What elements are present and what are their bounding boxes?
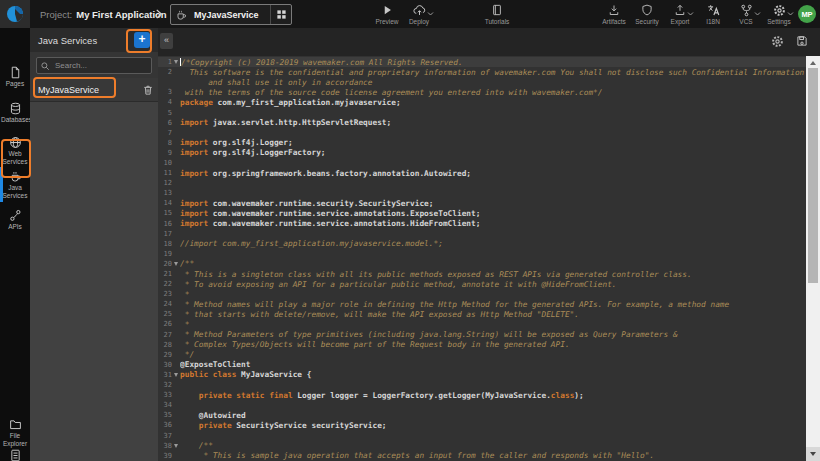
i18n-button[interactable]: I18N bbox=[700, 0, 726, 28]
wavemaker-studio: Project: My First Application MyJavaServ… bbox=[0, 0, 820, 461]
delete-service-button[interactable] bbox=[138, 84, 158, 96]
tutorials-button[interactable]: Tutorials bbox=[484, 0, 510, 28]
service-item-myjavaservice[interactable]: MyJavaService bbox=[30, 78, 158, 102]
sidebar-item-file-explorer[interactable]: File Explorer bbox=[0, 418, 30, 448]
preview-label: Preview bbox=[375, 18, 398, 25]
sidebar-item-apis[interactable]: APIs bbox=[0, 209, 30, 231]
sidebar-item-java-services[interactable]: Java Services bbox=[0, 170, 30, 200]
code-line: 16import com.wavemaker.runtime.service.a… bbox=[158, 219, 806, 229]
code-line: 22 * To avoid exposing an API for a part… bbox=[158, 279, 806, 289]
code-text: with the terms of the source code licens… bbox=[180, 88, 806, 97]
fold-toggle-icon[interactable] bbox=[174, 60, 178, 64]
code-area[interactable]: 1/*Copyright (c) 2018-2019 wavemaker.com… bbox=[158, 56, 806, 461]
line-number: 34 bbox=[158, 401, 172, 409]
code-text: import org.slf4j.LoggerFactory; bbox=[180, 148, 806, 157]
wavemaker-logo-icon bbox=[6, 5, 24, 23]
code-line: 24 * Method names will play a major role… bbox=[158, 299, 806, 309]
line-number: 6 bbox=[158, 119, 172, 127]
code-text: import org.springframework.beans.factory… bbox=[180, 169, 806, 178]
collapse-panel-button[interactable]: « bbox=[160, 33, 173, 49]
security-button[interactable]: Security bbox=[634, 0, 660, 28]
globe-icon bbox=[9, 136, 22, 149]
fold-toggle-icon[interactable] bbox=[174, 262, 178, 266]
code-text: @ExposeToClient bbox=[180, 360, 806, 369]
tab-myjavaservice[interactable]: MyJavaService bbox=[170, 4, 292, 25]
line-number: 3 bbox=[158, 88, 172, 96]
settings-button[interactable]: Settings bbox=[766, 0, 792, 28]
editor-settings-gear-icon[interactable] bbox=[771, 35, 784, 48]
book-icon bbox=[491, 4, 503, 16]
save-button[interactable] bbox=[796, 35, 808, 47]
grid-icon[interactable] bbox=[270, 5, 291, 24]
sidebar-item-logs[interactable]: Logs bbox=[0, 449, 30, 461]
line-number: 14 bbox=[158, 199, 172, 207]
gear-icon bbox=[773, 4, 786, 17]
code-line: 21 * This is a singleton class with all … bbox=[158, 269, 806, 279]
line-number: 21 bbox=[158, 270, 172, 278]
line-number: 37 bbox=[158, 432, 172, 440]
fold-toggle-icon[interactable] bbox=[174, 373, 178, 377]
fold-column bbox=[172, 444, 180, 448]
sidebar-item-pages[interactable]: Pages bbox=[0, 66, 30, 88]
scroll-up-arrow[interactable] bbox=[806, 58, 820, 68]
fold-toggle-icon[interactable] bbox=[174, 444, 178, 448]
code-text: This software is the confidential and pr… bbox=[180, 68, 806, 77]
breadcrumb: Project: My First Application bbox=[40, 0, 167, 28]
line-number: 15 bbox=[158, 209, 172, 217]
editor-scrollbar[interactable] bbox=[806, 56, 820, 461]
search-input[interactable] bbox=[53, 58, 151, 73]
artifacts-label: Artifacts bbox=[602, 18, 625, 25]
line-number: 33 bbox=[158, 391, 172, 399]
tutorials-label: Tutorials bbox=[485, 18, 510, 25]
deploy-label: Deploy bbox=[409, 18, 429, 25]
export-label: Export bbox=[671, 18, 690, 25]
line-number: 32 bbox=[158, 381, 172, 389]
sidebar-item-web-services[interactable]: Web Services bbox=[0, 136, 30, 166]
avatar[interactable]: MP bbox=[798, 5, 816, 23]
scroll-down-arrow[interactable] bbox=[806, 447, 820, 461]
export-button[interactable]: Export bbox=[667, 0, 693, 28]
database-icon bbox=[9, 102, 22, 115]
fold-column bbox=[172, 262, 180, 266]
code-text: @Autowired bbox=[180, 411, 806, 420]
line-number: 18 bbox=[158, 240, 172, 248]
fold-column bbox=[172, 60, 180, 64]
line-number: 7 bbox=[158, 129, 172, 137]
deploy-button[interactable]: Deploy bbox=[406, 0, 432, 28]
code-line: 4package com.my_first_application.myjava… bbox=[158, 97, 806, 107]
code-line: 38 /** bbox=[158, 441, 806, 451]
artifacts-button[interactable]: Artifacts bbox=[601, 0, 627, 28]
code-line: 9import org.slf4j.LoggerFactory; bbox=[158, 148, 806, 158]
scroll-thumb[interactable] bbox=[808, 68, 818, 283]
i18n-label: I18N bbox=[706, 18, 720, 25]
top-bar: Project: My First Application MyJavaServ… bbox=[0, 0, 820, 29]
code-line: 15import com.wavemaker.runtime.service.a… bbox=[158, 208, 806, 218]
code-text: * Method Parameters of type primitives (… bbox=[180, 330, 806, 339]
sidebar-item-databases[interactable]: Databases bbox=[0, 102, 30, 124]
api-icon bbox=[9, 209, 22, 222]
code-line: 35 @Autowired bbox=[158, 410, 806, 420]
code-text: private static final Logger logger = Log… bbox=[180, 391, 806, 400]
line-number: 26 bbox=[158, 320, 172, 328]
code-line: 26 * bbox=[158, 319, 806, 329]
line-number: 36 bbox=[158, 421, 172, 429]
icon-sidebar: PagesDatabasesWeb ServicesJava ServicesA… bbox=[0, 28, 30, 461]
code-line: 17 bbox=[158, 229, 806, 239]
line-number: 4 bbox=[158, 98, 172, 106]
vcs-button[interactable]: VCS bbox=[733, 0, 759, 28]
code-text: package com.my_first_application.myjavas… bbox=[180, 98, 806, 107]
add-service-button[interactable]: + bbox=[134, 32, 150, 48]
line-number: 30 bbox=[158, 361, 172, 369]
coffee-icon bbox=[9, 170, 22, 183]
code-line: 2 This software is the confidential and … bbox=[158, 67, 806, 77]
line-number: 39 bbox=[158, 452, 172, 460]
line-number: 35 bbox=[158, 411, 172, 419]
code-line: 29 */ bbox=[158, 350, 806, 360]
code-line: 14import com.wavemaker.runtime.security.… bbox=[158, 198, 806, 208]
line-number: 20 bbox=[158, 260, 172, 268]
code-text: import com.wavemaker.runtime.service.ann… bbox=[180, 219, 806, 228]
code-line: 39 * This is sample java operation that … bbox=[158, 451, 806, 461]
preview-button[interactable]: Preview bbox=[374, 0, 400, 28]
wavemaker-logo[interactable] bbox=[0, 0, 30, 28]
sidebar-item-label: Web Services bbox=[1, 150, 29, 166]
